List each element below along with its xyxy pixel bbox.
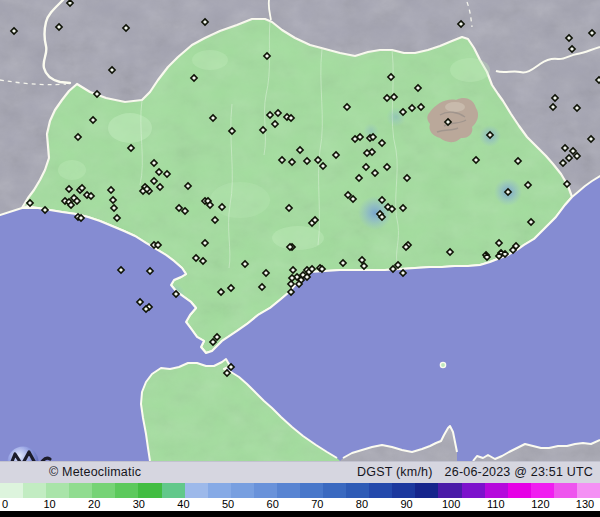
timestamp: 26-06-2023 @ 23:51 UTC: [445, 465, 593, 479]
scale-color-block: [92, 483, 115, 498]
scale-color-block: [323, 483, 346, 498]
scale-color-block: [508, 483, 531, 498]
scale-tick-label: 90: [400, 498, 412, 511]
scale-tick-label: 80: [356, 498, 368, 511]
scale-color-block: [0, 483, 23, 498]
scale-tick-label: 10: [43, 498, 55, 511]
scale-color-block: [46, 483, 69, 498]
color-scale-gradient: [0, 483, 600, 498]
scale-color-block: [346, 483, 369, 498]
scale-tick-label: 40: [177, 498, 189, 511]
scale-color-block: [254, 483, 277, 498]
scale-tick-label: 50: [222, 498, 234, 511]
bottom-black-strip: [0, 511, 600, 517]
scale-color-block: [531, 483, 554, 498]
scale-tick-label: 120: [531, 498, 549, 511]
scale-tick-label: 70: [311, 498, 323, 511]
scale-color-block: [23, 483, 46, 498]
scale-tick-label: 130: [576, 498, 594, 511]
scale-color-block: [208, 483, 231, 498]
variable-label: DGST (km/h): [357, 465, 433, 479]
scale-color-block: [415, 483, 438, 498]
scale-color-block: [277, 483, 300, 498]
scale-color-block: [392, 483, 415, 498]
scale-tick-label: 110: [487, 498, 505, 511]
scale-color-block: [185, 483, 208, 498]
scale-color-block: [69, 483, 92, 498]
scale-tick-label: 30: [133, 498, 145, 511]
scale-color-block: [462, 483, 485, 498]
meteoclimatic-gust-map: © Meteoclimatic DGST (km/h)26-06-2023 @ …: [0, 0, 600, 517]
scale-tick-label: 0: [2, 498, 8, 511]
scale-color-block: [231, 483, 254, 498]
scale-color-block: [138, 483, 161, 498]
map-svg: [0, 0, 600, 461]
scale-tick-label: 20: [88, 498, 100, 511]
scale-tick-label: 60: [267, 498, 279, 511]
scale-color-block: [554, 483, 577, 498]
scale-color-block: [300, 483, 323, 498]
map-title: DGST (km/h)26-06-2023 @ 23:51 UTC: [357, 465, 593, 479]
scale-color-block: [577, 483, 600, 498]
color-scale-labels: 0102030405060708090100110120130: [0, 498, 600, 511]
scale-color-block: [115, 483, 138, 498]
map-area: [0, 0, 600, 461]
attribution-text[interactable]: © Meteoclimatic: [49, 465, 141, 479]
scale-color-block: [485, 483, 508, 498]
scale-tick-label: 100: [442, 498, 460, 511]
gust-spot: [358, 196, 392, 230]
scale-color-block: [438, 483, 461, 498]
scale-color-block: [369, 483, 392, 498]
attribution-bar: © Meteoclimatic DGST (km/h)26-06-2023 @ …: [0, 461, 600, 483]
alboran-island: [440, 362, 445, 367]
scale-color-block: [162, 483, 185, 498]
